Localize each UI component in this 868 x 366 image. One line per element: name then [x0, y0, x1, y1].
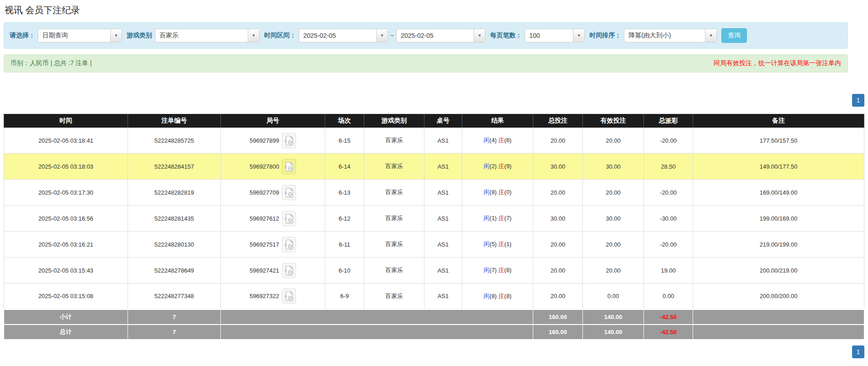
result-banker-label: 庄 — [498, 267, 504, 273]
summary-bar: 币别：人民币 | 总共 :7 注单 | 同局有效投注，统一计算在该局第一张注单内 — [4, 54, 848, 72]
result-banker-label: 庄 — [498, 241, 504, 247]
video-record-button[interactable] — [282, 185, 296, 200]
pagination-top: 1 — [4, 94, 864, 107]
page-size-dropdown[interactable]: 100 ▼ — [525, 29, 585, 42]
video-record-button[interactable] — [282, 211, 296, 226]
table-row[interactable]: 2025-02-05 03:18:03522248284157596927800… — [4, 154, 864, 180]
video-record-button[interactable] — [282, 289, 296, 304]
bet-records-table: 时间 注单编号 局号 场次 游戏类别 桌号 结果 总投注 有效投注 总派彩 备注… — [4, 114, 864, 340]
total-row: 总计7160.00140.00-42.50 — [4, 325, 864, 340]
time-sort-dropdown[interactable]: 降冪(由大到小) ▼ — [624, 29, 717, 42]
cell-total-bet: 20.00 — [533, 284, 583, 309]
header-valid-bet: 有效投注 — [583, 114, 644, 128]
cell-remark: 200.00/200.00 — [693, 284, 864, 309]
cell-game-category: 百家乐 — [364, 232, 424, 258]
result-banker-score: (7) — [504, 215, 511, 222]
video-record-button[interactable] — [282, 237, 296, 252]
result-player-score: (4) — [490, 137, 499, 144]
date-to-value: 2025-02-05 — [397, 29, 474, 42]
result-player-label: 闲 — [484, 163, 490, 170]
select-type-label: 请选择： — [10, 31, 35, 40]
result-player-score: (7) — [490, 267, 499, 273]
subtotal-row-label: 小计 — [4, 309, 128, 325]
date-to-dropdown[interactable]: 2025-02-05 ▼ — [396, 29, 485, 42]
video-record-icon — [285, 135, 294, 146]
result-banker-score: (8) — [504, 267, 511, 273]
page-1-button[interactable]: 1 — [852, 345, 864, 358]
date-from-value: 2025-02-05 — [299, 29, 376, 42]
cell-bet-id: 522248285725 — [128, 128, 221, 154]
cell-session: 6-12 — [325, 206, 364, 232]
cell-payout: -20.00 — [644, 128, 693, 154]
cell-bet-id: 522248281435 — [128, 206, 221, 232]
pagination-bottom: 1 — [4, 345, 864, 358]
search-button[interactable]: 查询 — [721, 28, 747, 43]
cell-table-no: AS1 — [424, 232, 462, 258]
round-id-value: 596927800 — [250, 163, 279, 170]
cell-valid-bet: 30.00 — [583, 206, 644, 232]
cell-session: 6-11 — [325, 232, 364, 258]
header-round-id: 局号 — [221, 114, 325, 128]
header-remark: 备注 — [693, 114, 864, 128]
header-game-category: 游戏类别 — [364, 114, 424, 128]
result-player-score: (5) — [490, 241, 499, 247]
cell-round-id: 596927612 — [221, 206, 325, 232]
table-header: 时间 注单编号 局号 场次 游戏类别 桌号 结果 总投注 有效投注 总派彩 备注 — [4, 114, 864, 128]
table-row[interactable]: 2025-02-05 03:15:43522248278649596927421… — [4, 258, 864, 284]
table-row[interactable]: 2025-02-05 03:17:30522248282819596927709… — [4, 180, 864, 206]
result-banker-score: (0) — [504, 189, 511, 196]
cell-time: 2025-02-05 03:18:41 — [4, 128, 128, 154]
total-row-remark — [693, 325, 864, 340]
cell-remark: 177.50/157.50 — [693, 128, 864, 154]
video-record-button[interactable] — [282, 133, 296, 148]
header-time: 时间 — [4, 114, 128, 128]
table-row[interactable]: 2025-02-05 03:16:21522248280130596927517… — [4, 232, 864, 258]
cell-payout: -30.00 — [644, 206, 693, 232]
cell-table-no: AS1 — [424, 154, 462, 180]
subtotal-row-remark — [693, 309, 864, 325]
cell-result: 闲(8) 庄(0) — [462, 180, 533, 206]
date-from-dropdown[interactable]: 2025-02-05 ▼ — [299, 29, 388, 42]
video-record-icon — [285, 265, 294, 276]
page-size-value: 100 — [525, 29, 573, 42]
table-row[interactable]: 2025-02-05 03:18:41522248285725596927899… — [4, 128, 864, 154]
cell-remark: 199.00/169.00 — [693, 206, 864, 232]
table-row[interactable]: 2025-02-05 03:16:56522248281435596927612… — [4, 206, 864, 232]
valid-bet-note: 同局有效投注，统一计算在该局第一张注单内 — [714, 59, 841, 67]
cell-bet-id: 522248280130 — [128, 232, 221, 258]
video-record-icon — [285, 161, 294, 172]
subtotal-row-total-bet: 160.00 — [533, 309, 583, 325]
query-type-dropdown[interactable]: 日期查询 ▼ — [38, 29, 122, 42]
cell-table-no: AS1 — [424, 180, 462, 206]
page-1-button[interactable]: 1 — [852, 94, 864, 107]
result-player-label: 闲 — [484, 215, 490, 222]
cell-game-category: 百家乐 — [364, 154, 424, 180]
cell-game-category: 百家乐 — [364, 284, 424, 309]
game-category-value: 百家乐 — [155, 29, 248, 42]
time-sort-value: 降冪(由大到小) — [624, 29, 705, 42]
cell-round-id: 596927517 — [221, 232, 325, 258]
cell-session: 6-14 — [325, 154, 364, 180]
cell-table-no: AS1 — [424, 128, 462, 154]
cell-total-bet: 20.00 — [533, 258, 583, 284]
round-id-value: 596927709 — [250, 189, 279, 196]
result-player-label: 闲 — [484, 241, 490, 247]
table-row[interactable]: 2025-02-05 03:15:08522248277348596927322… — [4, 284, 864, 309]
result-player-label: 闲 — [484, 137, 490, 144]
total-row-spacer — [221, 325, 533, 340]
result-banker-label: 庄 — [498, 215, 504, 222]
cell-session: 6-10 — [325, 258, 364, 284]
cell-valid-bet: 30.00 — [583, 154, 644, 180]
page-title: 视讯 会员下注纪录 — [4, 0, 864, 22]
dropdown-arrow-icon: ▼ — [376, 29, 388, 42]
video-record-button[interactable] — [282, 263, 296, 278]
cell-remark: 149.00/177.50 — [693, 154, 864, 180]
cell-payout: -20.00 — [644, 232, 693, 258]
subtotal-row: 小计7160.00140.00-42.50 — [4, 309, 864, 325]
cell-payout: 0.00 — [644, 284, 693, 309]
result-banker-label: 庄 — [498, 189, 504, 196]
game-category-dropdown[interactable]: 百家乐 ▼ — [155, 29, 260, 42]
cell-table-no: AS1 — [424, 284, 462, 309]
video-record-button[interactable] — [282, 159, 296, 174]
result-banker-score: (6) — [504, 137, 511, 144]
